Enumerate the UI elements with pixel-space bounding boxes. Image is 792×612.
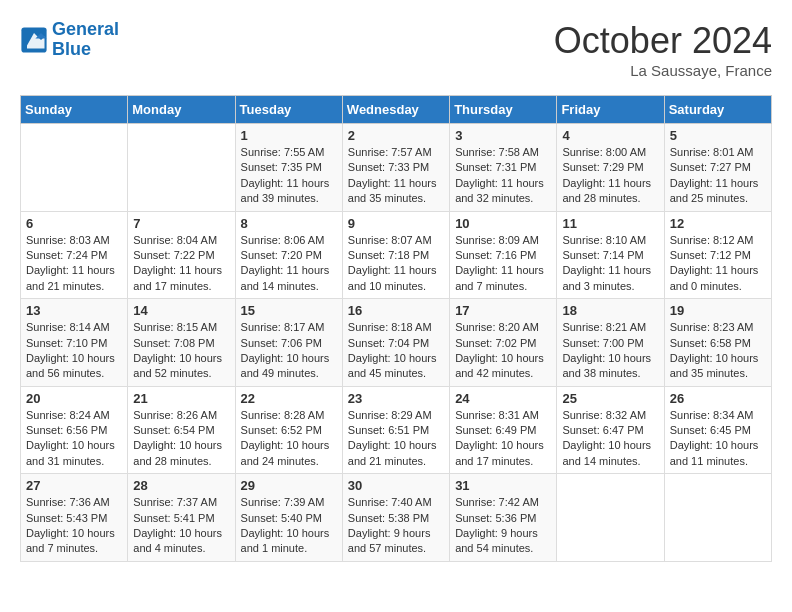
day-info: Sunrise: 8:03 AMSunset: 7:24 PMDaylight:…	[26, 233, 122, 295]
day-header-monday: Monday	[128, 96, 235, 124]
calendar-cell: 7Sunrise: 8:04 AMSunset: 7:22 PMDaylight…	[128, 211, 235, 299]
calendar-cell: 5Sunrise: 8:01 AMSunset: 7:27 PMDaylight…	[664, 124, 771, 212]
day-number: 8	[241, 216, 337, 231]
day-info: Sunrise: 8:17 AMSunset: 7:06 PMDaylight:…	[241, 320, 337, 382]
calendar-cell: 19Sunrise: 8:23 AMSunset: 6:58 PMDayligh…	[664, 299, 771, 387]
day-info: Sunrise: 7:58 AMSunset: 7:31 PMDaylight:…	[455, 145, 551, 207]
month-title: October 2024	[554, 20, 772, 62]
day-info: Sunrise: 8:01 AMSunset: 7:27 PMDaylight:…	[670, 145, 766, 207]
day-number: 19	[670, 303, 766, 318]
day-number: 21	[133, 391, 229, 406]
day-header-sunday: Sunday	[21, 96, 128, 124]
calendar-header-row: SundayMondayTuesdayWednesdayThursdayFrid…	[21, 96, 772, 124]
logo-line1: General	[52, 20, 119, 40]
day-number: 11	[562, 216, 658, 231]
day-info: Sunrise: 8:18 AMSunset: 7:04 PMDaylight:…	[348, 320, 444, 382]
day-number: 27	[26, 478, 122, 493]
day-number: 17	[455, 303, 551, 318]
day-number: 7	[133, 216, 229, 231]
day-number: 24	[455, 391, 551, 406]
day-number: 28	[133, 478, 229, 493]
logo-line2: Blue	[52, 40, 119, 60]
day-header-saturday: Saturday	[664, 96, 771, 124]
subtitle: La Saussaye, France	[554, 62, 772, 79]
calendar-cell: 28Sunrise: 7:37 AMSunset: 5:41 PMDayligh…	[128, 474, 235, 562]
calendar-cell: 6Sunrise: 8:03 AMSunset: 7:24 PMDaylight…	[21, 211, 128, 299]
day-number: 13	[26, 303, 122, 318]
calendar-cell: 12Sunrise: 8:12 AMSunset: 7:12 PMDayligh…	[664, 211, 771, 299]
day-number: 29	[241, 478, 337, 493]
day-info: Sunrise: 8:31 AMSunset: 6:49 PMDaylight:…	[455, 408, 551, 470]
calendar-cell: 24Sunrise: 8:31 AMSunset: 6:49 PMDayligh…	[450, 386, 557, 474]
day-info: Sunrise: 8:14 AMSunset: 7:10 PMDaylight:…	[26, 320, 122, 382]
day-info: Sunrise: 8:21 AMSunset: 7:00 PMDaylight:…	[562, 320, 658, 382]
day-number: 9	[348, 216, 444, 231]
calendar-table: SundayMondayTuesdayWednesdayThursdayFrid…	[20, 95, 772, 562]
calendar-cell: 23Sunrise: 8:29 AMSunset: 6:51 PMDayligh…	[342, 386, 449, 474]
day-info: Sunrise: 7:40 AMSunset: 5:38 PMDaylight:…	[348, 495, 444, 557]
day-info: Sunrise: 8:29 AMSunset: 6:51 PMDaylight:…	[348, 408, 444, 470]
day-number: 26	[670, 391, 766, 406]
calendar-cell: 21Sunrise: 8:26 AMSunset: 6:54 PMDayligh…	[128, 386, 235, 474]
day-info: Sunrise: 7:36 AMSunset: 5:43 PMDaylight:…	[26, 495, 122, 557]
calendar-cell: 8Sunrise: 8:06 AMSunset: 7:20 PMDaylight…	[235, 211, 342, 299]
day-info: Sunrise: 8:12 AMSunset: 7:12 PMDaylight:…	[670, 233, 766, 295]
calendar-week-2: 6Sunrise: 8:03 AMSunset: 7:24 PMDaylight…	[21, 211, 772, 299]
calendar-cell: 3Sunrise: 7:58 AMSunset: 7:31 PMDaylight…	[450, 124, 557, 212]
calendar-cell: 16Sunrise: 8:18 AMSunset: 7:04 PMDayligh…	[342, 299, 449, 387]
day-number: 3	[455, 128, 551, 143]
day-number: 16	[348, 303, 444, 318]
calendar-cell: 18Sunrise: 8:21 AMSunset: 7:00 PMDayligh…	[557, 299, 664, 387]
calendar-cell: 4Sunrise: 8:00 AMSunset: 7:29 PMDaylight…	[557, 124, 664, 212]
day-info: Sunrise: 8:32 AMSunset: 6:47 PMDaylight:…	[562, 408, 658, 470]
day-number: 31	[455, 478, 551, 493]
calendar-cell	[557, 474, 664, 562]
day-number: 4	[562, 128, 658, 143]
calendar-cell: 9Sunrise: 8:07 AMSunset: 7:18 PMDaylight…	[342, 211, 449, 299]
calendar-cell: 2Sunrise: 7:57 AMSunset: 7:33 PMDaylight…	[342, 124, 449, 212]
day-number: 23	[348, 391, 444, 406]
logo-icon	[20, 26, 48, 54]
day-number: 18	[562, 303, 658, 318]
calendar-body: 1Sunrise: 7:55 AMSunset: 7:35 PMDaylight…	[21, 124, 772, 562]
calendar-cell	[664, 474, 771, 562]
calendar-cell: 26Sunrise: 8:34 AMSunset: 6:45 PMDayligh…	[664, 386, 771, 474]
day-number: 10	[455, 216, 551, 231]
day-number: 2	[348, 128, 444, 143]
day-number: 14	[133, 303, 229, 318]
day-info: Sunrise: 8:09 AMSunset: 7:16 PMDaylight:…	[455, 233, 551, 295]
day-info: Sunrise: 8:26 AMSunset: 6:54 PMDaylight:…	[133, 408, 229, 470]
day-info: Sunrise: 8:28 AMSunset: 6:52 PMDaylight:…	[241, 408, 337, 470]
day-info: Sunrise: 7:55 AMSunset: 7:35 PMDaylight:…	[241, 145, 337, 207]
calendar-week-4: 20Sunrise: 8:24 AMSunset: 6:56 PMDayligh…	[21, 386, 772, 474]
day-info: Sunrise: 8:00 AMSunset: 7:29 PMDaylight:…	[562, 145, 658, 207]
calendar-cell: 29Sunrise: 7:39 AMSunset: 5:40 PMDayligh…	[235, 474, 342, 562]
calendar-cell: 31Sunrise: 7:42 AMSunset: 5:36 PMDayligh…	[450, 474, 557, 562]
calendar-week-5: 27Sunrise: 7:36 AMSunset: 5:43 PMDayligh…	[21, 474, 772, 562]
calendar-cell: 20Sunrise: 8:24 AMSunset: 6:56 PMDayligh…	[21, 386, 128, 474]
title-area: October 2024 La Saussaye, France	[554, 20, 772, 79]
day-info: Sunrise: 7:39 AMSunset: 5:40 PMDaylight:…	[241, 495, 337, 557]
calendar-cell: 30Sunrise: 7:40 AMSunset: 5:38 PMDayligh…	[342, 474, 449, 562]
day-number: 12	[670, 216, 766, 231]
day-header-thursday: Thursday	[450, 96, 557, 124]
calendar-cell	[21, 124, 128, 212]
calendar-cell: 11Sunrise: 8:10 AMSunset: 7:14 PMDayligh…	[557, 211, 664, 299]
calendar-week-1: 1Sunrise: 7:55 AMSunset: 7:35 PMDaylight…	[21, 124, 772, 212]
header: General Blue October 2024 La Saussaye, F…	[20, 20, 772, 79]
day-number: 5	[670, 128, 766, 143]
day-info: Sunrise: 8:04 AMSunset: 7:22 PMDaylight:…	[133, 233, 229, 295]
calendar-week-3: 13Sunrise: 8:14 AMSunset: 7:10 PMDayligh…	[21, 299, 772, 387]
day-info: Sunrise: 8:34 AMSunset: 6:45 PMDaylight:…	[670, 408, 766, 470]
day-info: Sunrise: 8:20 AMSunset: 7:02 PMDaylight:…	[455, 320, 551, 382]
calendar-cell: 15Sunrise: 8:17 AMSunset: 7:06 PMDayligh…	[235, 299, 342, 387]
calendar-cell: 13Sunrise: 8:14 AMSunset: 7:10 PMDayligh…	[21, 299, 128, 387]
day-number: 25	[562, 391, 658, 406]
day-info: Sunrise: 8:07 AMSunset: 7:18 PMDaylight:…	[348, 233, 444, 295]
day-number: 20	[26, 391, 122, 406]
day-number: 30	[348, 478, 444, 493]
calendar-cell: 25Sunrise: 8:32 AMSunset: 6:47 PMDayligh…	[557, 386, 664, 474]
day-header-wednesday: Wednesday	[342, 96, 449, 124]
day-number: 1	[241, 128, 337, 143]
day-header-friday: Friday	[557, 96, 664, 124]
